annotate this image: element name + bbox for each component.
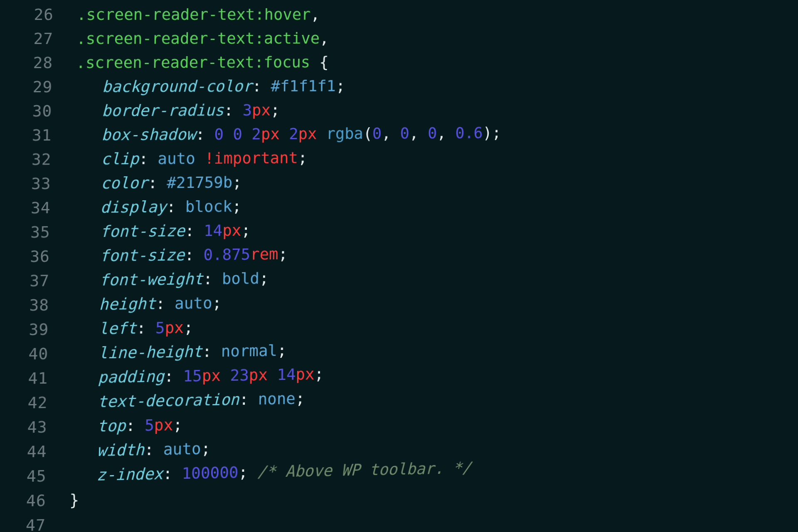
line-number: 29 (0, 75, 64, 99)
token-prop: line-height (98, 342, 202, 362)
line-number: 43 (0, 414, 59, 440)
token-num: 15 (183, 367, 202, 385)
token-unit: px (249, 366, 268, 384)
token-imp: !important (204, 149, 298, 167)
token-prop: font-size (100, 246, 185, 265)
line-number: 27 (0, 27, 65, 51)
token-cmt: /* Above WP toolbar. */ (257, 458, 471, 481)
line-number: 47 (0, 512, 58, 532)
code-content[interactable] (57, 515, 772, 530)
line-number: 33 (0, 171, 63, 196)
line-number: 36 (0, 244, 62, 269)
token-val: #21759b (167, 173, 233, 192)
line-number: 38 (0, 293, 61, 318)
token-prop: color (101, 174, 148, 192)
token-val: bold (222, 269, 260, 288)
token-num: 14 (204, 221, 223, 239)
token-val: none (258, 389, 296, 409)
token-val: #f1f1f1 (271, 77, 336, 95)
token-prop: height (99, 294, 156, 313)
token-unit: px (154, 416, 173, 434)
line-number: 31 (0, 123, 64, 148)
token-unit: px (165, 318, 184, 337)
code-line[interactable]: 26.screen-reader-text:hover, (0, 2, 772, 27)
token-punc: : (252, 77, 271, 95)
token-unit: px (296, 365, 314, 384)
token-num: 0 (428, 124, 437, 142)
token-punc: : (139, 150, 158, 168)
token-punc (195, 149, 204, 167)
token-punc: , (409, 124, 428, 142)
token-num: 5 (145, 416, 154, 435)
token-punc: ; (271, 101, 280, 119)
token-punc: ; (232, 173, 242, 191)
token-punc: : (202, 342, 221, 361)
code-line[interactable]: 30border-radius: 3px; (0, 96, 772, 123)
token-num: 23 (230, 366, 249, 384)
line-number: 46 (0, 488, 58, 514)
code-content[interactable]: border-radius: 3px; (64, 96, 772, 123)
token-punc: : (185, 246, 204, 264)
token-punc: ; (232, 197, 241, 215)
token-prop: background-color (102, 77, 252, 96)
token-unit: px (202, 366, 221, 385)
token-punc: ; (296, 389, 305, 408)
token-punc: : (239, 390, 258, 409)
token-punc: : (203, 269, 222, 288)
code-content[interactable]: box-shadow: 0 0 2px 2px rgba(0, 0, 0, 0.… (63, 119, 772, 147)
token-punc: } (69, 490, 79, 509)
code-content[interactable]: background-color: #f1f1f1; (64, 73, 772, 99)
token-prop: clip (101, 150, 139, 168)
token-num: 0 (400, 124, 410, 143)
line-number: 28 (0, 51, 65, 75)
token-num: 0 (214, 125, 224, 143)
code-line[interactable]: 27.screen-reader-text:active, (0, 26, 772, 51)
token-num: 14 (277, 365, 296, 384)
token-num: 100000 (182, 463, 239, 483)
token-num: 0 (233, 125, 242, 143)
token-punc: : (224, 101, 242, 119)
token-punc: : (148, 173, 167, 192)
line-number: 39 (0, 317, 61, 342)
token-punc: : (166, 197, 185, 216)
token-val: normal (221, 341, 278, 360)
token-punc: ); (483, 124, 501, 142)
token-unit: px (252, 101, 271, 119)
token-num: 0.875 (203, 245, 250, 264)
token-punc: : (126, 416, 145, 435)
token-punc: ; (278, 245, 288, 263)
token-punc (221, 366, 230, 385)
code-content[interactable]: .screen-reader-text:focus { (64, 49, 772, 74)
token-punc: , (320, 29, 329, 47)
token-punc: ; (173, 415, 182, 434)
token-punc: ; (201, 439, 210, 458)
code-content[interactable]: .screen-reader-text:hover, (65, 2, 772, 27)
token-prop: padding (98, 367, 164, 387)
line-number: 35 (0, 220, 62, 245)
token-prop: left (99, 319, 137, 338)
token-punc: , (437, 124, 456, 142)
token-punc: : (164, 367, 183, 386)
token-punc: ; (298, 148, 308, 167)
line-number: 44 (0, 439, 59, 465)
code-content[interactable]: .screen-reader-text:active, (65, 26, 773, 51)
token-func: rgba (326, 124, 363, 143)
token-num: 2 (289, 125, 298, 143)
token-punc (224, 125, 233, 143)
token-punc: : (155, 294, 175, 313)
token-val: auto (163, 439, 201, 458)
token-punc: : (136, 319, 155, 337)
code-line[interactable]: 29background-color: #f1f1f1; (0, 73, 772, 99)
code-editor[interactable]: 26.screen-reader-text:hover,27.screen-re… (0, 0, 772, 532)
token-num: 0 (372, 124, 382, 143)
token-punc (280, 125, 289, 143)
token-punc: ( (363, 124, 373, 143)
token-sel: .screen-reader-text:hover (76, 5, 310, 24)
code-line[interactable]: 28.screen-reader-text:focus { (0, 49, 772, 75)
token-prop: top (97, 416, 126, 436)
token-punc: ; (212, 294, 222, 312)
token-prop: font-weight (99, 270, 203, 289)
token-prop: font-size (100, 222, 185, 241)
token-punc: : (163, 464, 182, 483)
token-sel: .screen-reader-text:focus (76, 53, 310, 71)
